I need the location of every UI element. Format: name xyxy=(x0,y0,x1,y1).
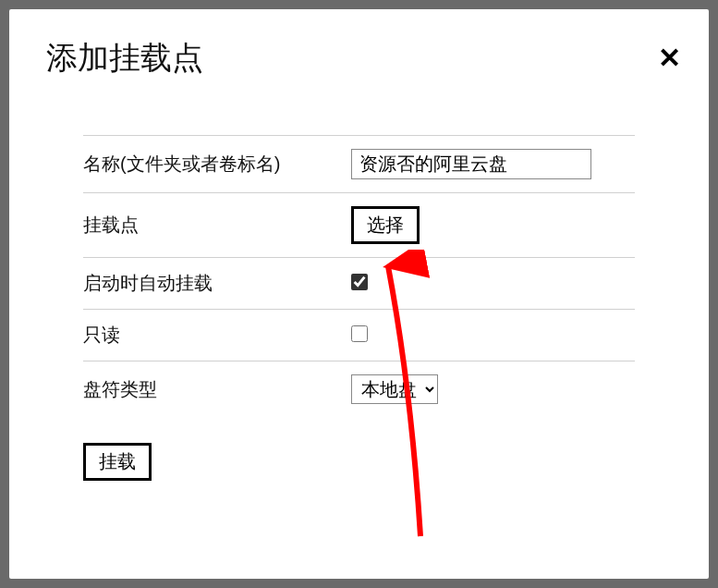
read-only-checkbox[interactable] xyxy=(351,325,368,342)
row-name: 名称(文件夹或者卷标名) xyxy=(83,135,635,192)
modal-title: 添加挂载点 xyxy=(46,37,672,80)
row-mount-point: 挂载点 选择 xyxy=(83,192,635,257)
mount-form: 名称(文件夹或者卷标名) 挂载点 选择 启动时自动挂载 只读 盘符类型 xyxy=(46,135,672,481)
auto-mount-label: 启动时自动挂载 xyxy=(83,271,351,296)
drive-type-label: 盘符类型 xyxy=(83,377,351,402)
add-mount-modal: 添加挂载点 ✕ 名称(文件夹或者卷标名) 挂载点 选择 启动时自动挂载 只读 xyxy=(9,9,709,579)
close-icon[interactable]: ✕ xyxy=(658,44,681,72)
name-input[interactable] xyxy=(351,149,591,179)
mount-point-label: 挂载点 xyxy=(83,213,351,238)
drive-type-select[interactable]: 本地盘 xyxy=(351,374,438,404)
mount-button[interactable]: 挂载 xyxy=(83,443,152,481)
auto-mount-checkbox[interactable] xyxy=(351,274,368,290)
row-drive-type: 盘符类型 本地盘 xyxy=(83,361,635,417)
row-auto-mount: 启动时自动挂载 xyxy=(83,257,635,309)
select-mount-button[interactable]: 选择 xyxy=(351,206,420,244)
submit-row: 挂载 xyxy=(83,443,635,481)
row-read-only: 只读 xyxy=(83,309,635,361)
read-only-label: 只读 xyxy=(83,323,351,348)
name-label: 名称(文件夹或者卷标名) xyxy=(83,152,351,177)
